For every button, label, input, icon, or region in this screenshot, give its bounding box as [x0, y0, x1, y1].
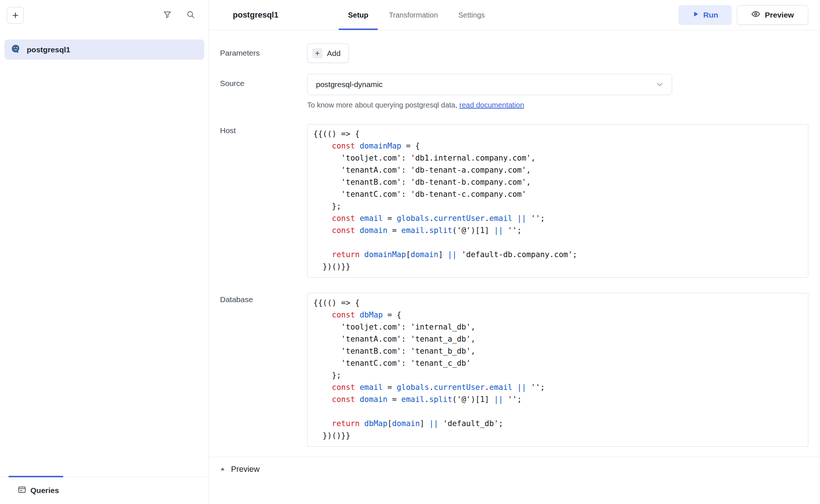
query-list-item-postgresql1[interactable]: postgresql1	[4, 40, 204, 60]
read-documentation-link[interactable]: read documentation	[459, 101, 524, 109]
source-help-text: To know more about querying postgresql d…	[307, 101, 808, 109]
preview-collapse-toggle[interactable]: Preview	[219, 464, 260, 474]
source-label: Source	[220, 74, 307, 109]
run-button[interactable]: Run	[678, 5, 732, 25]
search-icon	[186, 10, 195, 20]
caret-up-icon	[219, 466, 226, 473]
play-icon	[692, 10, 700, 20]
eye-icon	[751, 10, 760, 20]
preview-panel-label: Preview	[231, 464, 260, 474]
query-editor: postgresql1 Setup Transformation Setting…	[209, 0, 820, 504]
postgresql-icon	[11, 44, 20, 55]
database-label: Database	[220, 293, 307, 447]
setup-form: Parameters + Add Source postgresql-dynam…	[209, 30, 820, 457]
add-parameter-button[interactable]: + Add	[307, 44, 349, 63]
database-code-editor[interactable]: {{(() => { const dbMap = { 'tooljet.com'…	[307, 293, 808, 447]
tab-setup[interactable]: Setup	[348, 0, 369, 30]
query-panel-footer: Queries	[0, 477, 209, 504]
editor-tabs: Setup Transformation Settings	[348, 0, 506, 30]
source-field: postgresql-dynamic To know more about qu…	[307, 74, 808, 109]
app-window: +	[0, 0, 820, 504]
add-query-button[interactable]: +	[7, 7, 24, 24]
console-icon	[18, 485, 26, 496]
query-list-toolbar: +	[0, 0, 209, 30]
tab-queries[interactable]: Queries	[18, 485, 59, 496]
active-tab-indicator	[8, 476, 63, 477]
source-row: Source postgresql-dynamic To know more a…	[220, 74, 808, 109]
host-label: Host	[220, 124, 307, 278]
database-row: Database {{(() => { const dbMap = { 'too…	[220, 293, 808, 447]
host-code-editor[interactable]: {{(() => { const domainMap = { 'tooljet.…	[307, 124, 808, 278]
preview-panel: Preview	[209, 457, 820, 504]
source-select[interactable]: postgresql-dynamic	[307, 74, 672, 95]
query-item-label: postgresql1	[27, 45, 70, 54]
plus-icon: +	[312, 48, 323, 59]
preview-button-label: Preview	[765, 11, 794, 19]
queries-tab-label: Queries	[30, 486, 59, 495]
host-row: Host {{(() => { const domainMap = { 'too…	[220, 124, 808, 278]
parameters-label: Parameters	[220, 44, 307, 63]
query-list-panel: +	[0, 0, 209, 504]
database-field: {{(() => { const dbMap = { 'tooljet.com'…	[307, 293, 808, 447]
search-button[interactable]	[184, 9, 197, 22]
chevron-down-icon	[655, 80, 664, 89]
parameters-row: Parameters + Add	[220, 44, 808, 63]
filter-icon	[163, 10, 172, 20]
host-field: {{(() => { const domainMap = { 'tooljet.…	[307, 124, 808, 278]
query-list: postgresql1	[0, 30, 209, 477]
add-parameter-label: Add	[327, 49, 340, 58]
filter-button[interactable]	[161, 9, 174, 22]
header-actions: Run Preview	[678, 5, 808, 25]
tab-transformation[interactable]: Transformation	[389, 0, 438, 30]
preview-button[interactable]: Preview	[737, 5, 808, 25]
run-button-label: Run	[703, 11, 718, 19]
query-editor-header: postgresql1 Setup Transformation Setting…	[209, 0, 820, 30]
query-title: postgresql1	[233, 10, 279, 20]
tab-settings[interactable]: Settings	[458, 0, 485, 30]
parameters-field: + Add	[307, 44, 808, 63]
source-select-value: postgresql-dynamic	[316, 80, 383, 89]
